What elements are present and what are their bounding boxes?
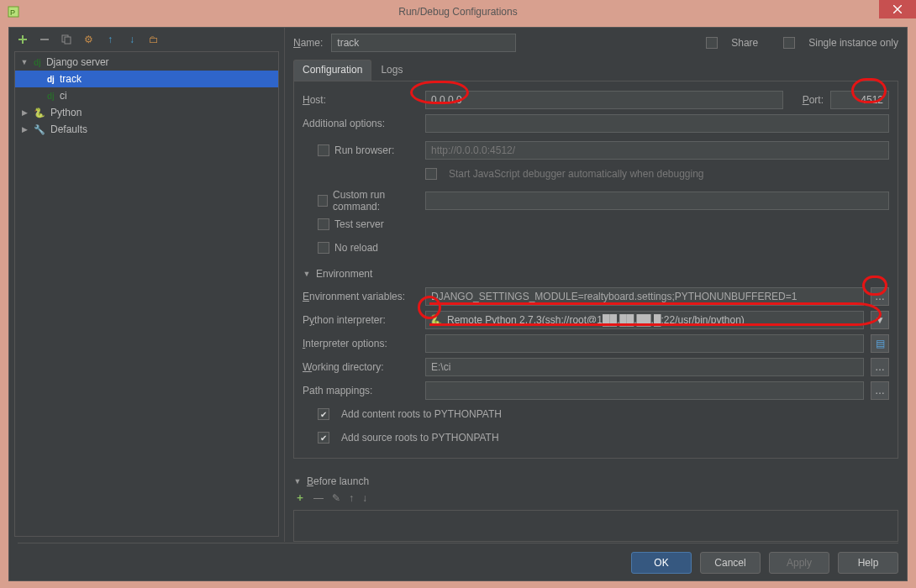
- before-launch-header[interactable]: ▼ Before launch: [293, 475, 898, 487]
- expand-icon: ▶: [20, 108, 29, 117]
- start-js-debugger-label: Start JavaScript debugger automatically …: [449, 168, 704, 180]
- interp-options-expand-button[interactable]: ▤: [871, 334, 889, 353]
- django-icon: dj: [34, 58, 41, 67]
- port-label: Port:: [790, 94, 824, 106]
- env-vars-browse-button[interactable]: …: [871, 287, 889, 306]
- name-row: Name: Share Single instance only: [293, 31, 898, 55]
- custom-run-field[interactable]: [425, 192, 889, 210]
- chevron-down-icon: ▼: [293, 477, 302, 486]
- chevron-down-icon: ▼: [303, 270, 311, 278]
- tree-node-track[interactable]: dj track: [15, 71, 278, 87]
- no-reload-label: No reload: [334, 242, 378, 254]
- single-instance-checkbox[interactable]: [783, 37, 795, 49]
- close-button[interactable]: [879, 0, 916, 18]
- tree-label: Python: [50, 107, 82, 118]
- configuration-panel: Host: Port: Additional options: Run brow…: [293, 81, 898, 459]
- tab-configuration[interactable]: Configuration: [293, 60, 371, 81]
- run-browser-checkbox[interactable]: [318, 144, 329, 156]
- test-server-checkbox[interactable]: [318, 218, 329, 230]
- tree-label: Defaults: [50, 123, 87, 135]
- test-server-label: Test server: [334, 218, 384, 230]
- copy-config-button[interactable]: [60, 33, 73, 46]
- working-dir-browse-button[interactable]: …: [871, 358, 889, 376]
- custom-run-checkbox[interactable]: [318, 195, 328, 207]
- tree-node-defaults[interactable]: ▶ 🔧 Defaults: [15, 121, 278, 138]
- config-tree: ▼ dj Django server dj track dj ci ▶ 🐍 Py…: [14, 51, 279, 537]
- single-instance-label: Single instance only: [808, 37, 898, 49]
- env-vars-field[interactable]: [425, 287, 864, 306]
- run-browser-label: Run browser:: [334, 144, 394, 156]
- tree-node-ci[interactable]: dj ci: [15, 87, 278, 104]
- name-field[interactable]: [331, 34, 516, 52]
- python-icon: 🐍: [34, 108, 45, 118]
- python-icon: 🐍: [429, 314, 442, 326]
- titlebar: P Run/Debug Configurations: [0, 0, 916, 24]
- path-mappings-browse-button[interactable]: …: [871, 381, 889, 400]
- bl-add-button[interactable]: ＋: [295, 491, 305, 505]
- svg-rect-8: [65, 37, 71, 44]
- start-js-debugger-checkbox[interactable]: [425, 168, 437, 180]
- additional-options-label: Additional options:: [303, 118, 419, 129]
- additional-options-field[interactable]: [425, 114, 889, 133]
- tree-node-python[interactable]: ▶ 🐍 Python: [15, 104, 278, 121]
- interpreter-dropdown-button[interactable]: ▼: [871, 311, 889, 329]
- svg-text:P: P: [10, 8, 15, 17]
- move-up-button[interactable]: ↑: [103, 33, 117, 46]
- add-source-roots-label: Add source roots to PYTHONPATH: [341, 432, 499, 444]
- no-reload-checkbox[interactable]: [318, 242, 329, 254]
- interp-options-field[interactable]: [425, 334, 864, 353]
- name-label: Name:: [293, 37, 323, 49]
- move-down-button[interactable]: ↓: [125, 33, 139, 46]
- port-field[interactable]: [830, 91, 889, 109]
- host-label: Host:: [303, 94, 419, 106]
- host-field[interactable]: [425, 91, 783, 109]
- working-dir-label: Working directory:: [303, 361, 419, 373]
- remove-config-button[interactable]: [38, 33, 51, 46]
- left-pane: ⚙ ↑ ↓ 🗀 ▼ dj Django server dj track dj c…: [9, 28, 285, 542]
- settings-icon[interactable]: ⚙: [82, 33, 95, 46]
- wrench-icon: 🔧: [34, 124, 45, 135]
- bl-up-button[interactable]: ↑: [349, 492, 354, 504]
- expand-icon: ▼: [20, 58, 29, 66]
- bl-edit-button[interactable]: ✎: [332, 492, 340, 504]
- share-checkbox[interactable]: [706, 37, 718, 49]
- environment-section-header[interactable]: ▼ Environment: [303, 268, 889, 280]
- add-source-roots-checkbox[interactable]: [318, 432, 329, 444]
- python-interpreter-select[interactable]: 🐍 Remote Python 2.7.3(ssh://root@1██.██.…: [425, 311, 864, 329]
- app-icon: P: [7, 5, 20, 18]
- interpreter-value: Remote Python 2.7.3(ssh://root@1██.██.██…: [447, 314, 745, 326]
- tabs: Configuration Logs: [293, 60, 898, 81]
- interp-options-label: Interpreter options:: [303, 338, 419, 349]
- before-launch-section: ▼ Before launch ＋ — ✎ ↑ ↓: [293, 467, 898, 542]
- django-icon: dj: [47, 92, 55, 101]
- config-toolbar: ⚙ ↑ ↓ 🗀: [9, 28, 284, 51]
- ok-button[interactable]: OK: [631, 552, 692, 574]
- django-icon: dj: [47, 75, 55, 84]
- tree-label: track: [60, 73, 82, 85]
- expand-icon: ▶: [20, 125, 29, 134]
- custom-run-label: Custom run command:: [333, 189, 419, 213]
- apply-button[interactable]: Apply: [769, 552, 829, 574]
- help-button[interactable]: Help: [838, 552, 898, 574]
- env-vars-label: Environment variables:: [303, 291, 419, 302]
- add-content-roots-label: Add content roots to PYTHONPATH: [341, 408, 502, 420]
- folder-icon[interactable]: 🗀: [147, 33, 161, 46]
- add-content-roots-checkbox[interactable]: [318, 408, 329, 420]
- working-dir-field[interactable]: [425, 358, 864, 376]
- tree-label: Django server: [46, 56, 109, 68]
- right-pane: Name: Share Single instance only Configu…: [285, 28, 907, 542]
- share-label: Share: [731, 37, 758, 49]
- environment-section-label: Environment: [316, 268, 372, 280]
- before-launch-list[interactable]: [293, 510, 898, 542]
- tree-label: ci: [60, 90, 67, 102]
- tab-logs[interactable]: Logs: [371, 60, 412, 81]
- path-mappings-label: Path mappings:: [303, 385, 419, 396]
- add-config-button[interactable]: [16, 33, 29, 46]
- bl-down-button[interactable]: ↓: [362, 492, 367, 504]
- run-browser-url-field[interactable]: [425, 141, 889, 160]
- path-mappings-field[interactable]: [425, 381, 864, 400]
- tree-node-django-server[interactable]: ▼ dj Django server: [15, 54, 278, 71]
- dialog-button-row: OK Cancel Apply Help: [18, 543, 898, 574]
- cancel-button[interactable]: Cancel: [700, 552, 761, 574]
- bl-remove-button[interactable]: —: [313, 492, 324, 504]
